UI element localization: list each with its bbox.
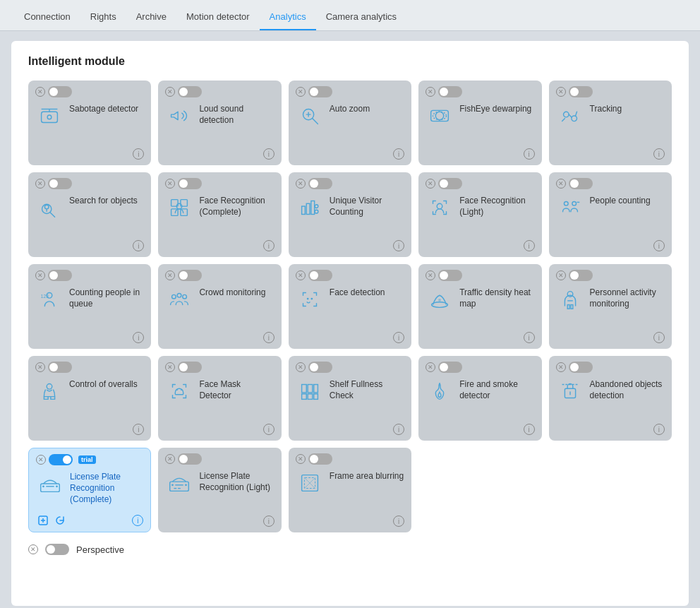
svg-point-9 bbox=[435, 112, 443, 119]
card-label-people-counting: People counting bbox=[590, 193, 665, 206]
toggle-x-crowd-monitoring[interactable]: ✕ bbox=[165, 270, 175, 280]
toggle-traffic-density[interactable] bbox=[438, 270, 462, 281]
toggle-counting-queue[interactable] bbox=[48, 270, 72, 281]
module-card-license-plate-light[interactable]: ✕ License Plate Recognition (Light)i bbox=[158, 448, 281, 532]
toggle-x-people-counting[interactable]: ✕ bbox=[556, 179, 566, 189]
toggle-search-objects[interactable] bbox=[48, 178, 72, 189]
toggle-loud-sound[interactable] bbox=[178, 86, 202, 97]
nav-item-archive[interactable]: Archive bbox=[126, 6, 176, 30]
info-icon-crowd-monitoring[interactable]: i bbox=[263, 332, 274, 343]
toggle-x-abandoned-objects[interactable]: ✕ bbox=[556, 362, 566, 372]
module-card-face-mask[interactable]: ✕ Face Mask Detectori bbox=[158, 356, 281, 441]
module-card-frame-blurring[interactable]: ✕ Frame area blurringi bbox=[289, 448, 411, 532]
info-icon-abandoned-objects[interactable]: i bbox=[653, 424, 665, 435]
nav-item-rights[interactable]: Rights bbox=[80, 6, 126, 30]
toggle-x-traffic-density[interactable]: ✕ bbox=[426, 270, 435, 280]
toggle-x-face-detection[interactable]: ✕ bbox=[296, 270, 306, 280]
toggle-fire-smoke[interactable] bbox=[438, 362, 462, 373]
settings-icon[interactable] bbox=[37, 515, 49, 526]
toggle-x-sabotage[interactable]: ✕ bbox=[35, 87, 45, 97]
info-icon-license-plate-light[interactable]: i bbox=[263, 515, 274, 527]
card-body-traffic-density: Traffic density heat map bbox=[426, 285, 534, 343]
nav-item-camera-analytics[interactable]: Camera analytics bbox=[316, 6, 406, 30]
info-icon-face-recognition-light[interactable]: i bbox=[524, 240, 535, 251]
toggle-x-license-plate-light[interactable]: ✕ bbox=[165, 454, 175, 464]
module-card-unique-visitor[interactable]: ✕ Unique Visitor Countingi bbox=[289, 172, 411, 257]
toggle-x-face-recognition-light[interactable]: ✕ bbox=[426, 179, 435, 189]
perspective-toggle[interactable] bbox=[45, 544, 69, 555]
info-icon-fire-smoke[interactable]: i bbox=[524, 424, 535, 435]
svg-rect-0 bbox=[42, 112, 58, 122]
info-icon-face-recognition-complete[interactable]: i bbox=[263, 240, 274, 251]
module-card-control-overalls[interactable]: ✕ Control of overallsi bbox=[28, 356, 151, 441]
toggle-face-recognition-light[interactable] bbox=[438, 178, 462, 189]
toggle-x-personnel-activity[interactable]: ✕ bbox=[556, 270, 566, 280]
toggle-abandoned-objects[interactable] bbox=[569, 362, 593, 373]
module-card-search-objects[interactable]: ✕ Search for objectsi bbox=[28, 172, 151, 257]
module-card-tracking[interactable]: ✕ Trackingi bbox=[549, 81, 672, 165]
toggle-people-counting[interactable] bbox=[569, 178, 593, 189]
nav-item-analytics[interactable]: Analytics bbox=[260, 6, 316, 30]
info-icon-people-counting[interactable]: i bbox=[653, 240, 665, 251]
module-card-face-detection[interactable]: ✕ Face detectioni bbox=[289, 264, 411, 349]
module-card-sabotage[interactable]: ✕ Sabotage detectori bbox=[28, 81, 151, 165]
toggle-x-loud-sound[interactable]: ✕ bbox=[165, 87, 175, 97]
module-card-shelf-fullness[interactable]: ✕ Shelf Fullness Checki bbox=[289, 356, 411, 441]
info-icon-loud-sound[interactable]: i bbox=[263, 148, 274, 160]
toggle-x-tracking[interactable]: ✕ bbox=[556, 87, 566, 97]
toggle-face-mask[interactable] bbox=[178, 362, 202, 373]
toggle-control-overalls[interactable] bbox=[48, 362, 72, 373]
toggle-x-fire-smoke[interactable]: ✕ bbox=[426, 362, 435, 372]
info-icon-fisheye[interactable]: i bbox=[524, 148, 535, 160]
nav-item-connection[interactable]: Connection bbox=[14, 6, 80, 30]
toggle-license-plate-complete[interactable] bbox=[49, 454, 73, 465]
info-icon-face-mask[interactable]: i bbox=[263, 424, 274, 435]
module-card-abandoned-objects[interactable]: ✕ Abandoned objects detectioni bbox=[549, 356, 672, 441]
perspective-toggle-x[interactable]: ✕ bbox=[28, 544, 38, 554]
toggle-x-fisheye[interactable]: ✕ bbox=[426, 87, 435, 97]
info-icon-tracking[interactable]: i bbox=[653, 148, 665, 160]
module-card-face-recognition-complete[interactable]: ✕ Face Recognition (Complete)i bbox=[158, 172, 281, 257]
module-card-fisheye[interactable]: ✕ FishEye dewarpingi bbox=[418, 81, 541, 165]
toggle-x-control-overalls[interactable]: ✕ bbox=[35, 362, 45, 372]
module-card-license-plate-complete[interactable]: ✕trial License Plate Recognition (Comple… bbox=[28, 448, 151, 532]
module-card-face-recognition-light[interactable]: ✕ Face Recognition (Light)i bbox=[418, 172, 541, 257]
toggle-x-auto-zoom[interactable]: ✕ bbox=[296, 87, 306, 97]
toggle-personnel-activity[interactable] bbox=[569, 270, 593, 281]
toggle-row-unique-visitor: ✕ bbox=[296, 178, 404, 189]
toggle-crowd-monitoring[interactable] bbox=[178, 270, 202, 281]
module-card-people-counting[interactable]: ✕ People countingi bbox=[549, 172, 672, 257]
svg-rect-44 bbox=[571, 305, 573, 309]
nav-item-motion-detector[interactable]: Motion detector bbox=[176, 6, 260, 30]
module-card-traffic-density[interactable]: ✕ Traffic density heat mapi bbox=[418, 264, 541, 349]
toggle-sabotage[interactable] bbox=[48, 86, 72, 97]
toggle-x-frame-blurring[interactable]: ✕ bbox=[296, 454, 306, 464]
module-card-fire-smoke[interactable]: ✕ Fire and smoke detectori bbox=[418, 356, 541, 441]
toggle-frame-blurring[interactable] bbox=[308, 453, 332, 465]
info-icon-traffic-density[interactable]: i bbox=[524, 332, 535, 343]
toggle-x-face-recognition-complete[interactable]: ✕ bbox=[165, 179, 175, 189]
toggle-face-detection[interactable] bbox=[308, 270, 332, 281]
module-card-personnel-activity[interactable]: ✕ Personnel activity monitoringi bbox=[549, 264, 672, 349]
toggle-fisheye[interactable] bbox=[438, 86, 462, 97]
info-icon-personnel-activity[interactable]: i bbox=[653, 332, 665, 343]
toggle-x-counting-queue[interactable]: ✕ bbox=[35, 270, 45, 280]
toggle-x-license-plate-complete[interactable]: ✕ bbox=[36, 455, 46, 465]
svg-point-40 bbox=[438, 299, 441, 302]
toggle-license-plate-light[interactable] bbox=[178, 453, 202, 465]
toggle-tracking[interactable] bbox=[569, 86, 593, 97]
module-card-loud-sound[interactable]: ✕ Loud sound detectioni bbox=[158, 81, 281, 165]
module-card-crowd-monitoring[interactable]: ✕ Crowd monitoringi bbox=[158, 264, 281, 349]
module-card-counting-queue[interactable]: ✕ 1 2 3 Counting people in queuei bbox=[28, 264, 151, 349]
toggle-face-recognition-complete[interactable] bbox=[178, 178, 202, 189]
toggle-x-shelf-fullness[interactable]: ✕ bbox=[296, 362, 306, 372]
toggle-shelf-fullness[interactable] bbox=[308, 362, 332, 373]
toggle-x-face-mask[interactable]: ✕ bbox=[165, 362, 175, 372]
toggle-x-unique-visitor[interactable]: ✕ bbox=[296, 179, 306, 189]
toggle-auto-zoom[interactable] bbox=[308, 86, 332, 97]
refresh-icon[interactable] bbox=[54, 515, 66, 526]
toggle-unique-visitor[interactable] bbox=[308, 178, 332, 189]
toggle-x-search-objects[interactable]: ✕ bbox=[35, 179, 45, 189]
card-label-face-recognition-complete: Face Recognition (Complete) bbox=[199, 193, 274, 217]
module-card-auto-zoom[interactable]: ✕ Auto zoomi bbox=[289, 81, 411, 165]
